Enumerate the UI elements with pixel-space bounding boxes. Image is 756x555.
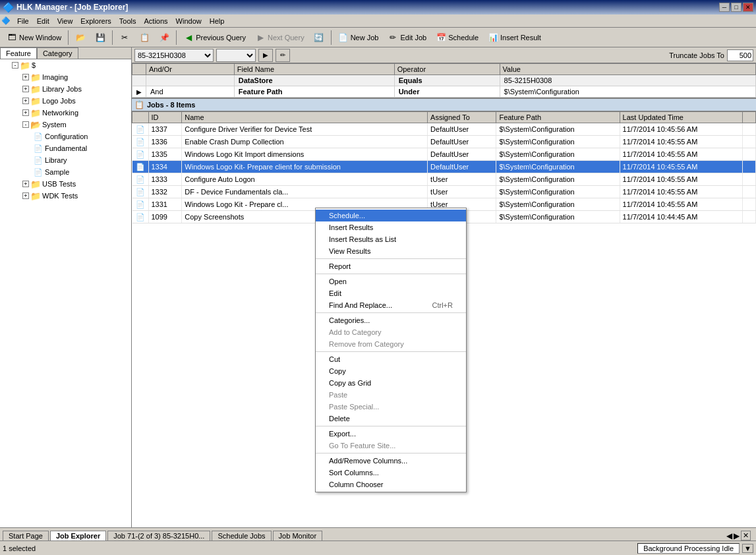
system-expand[interactable]: - [22, 121, 29, 128]
tree-item-sample[interactable]: 📄 Sample [0, 166, 131, 178]
logo-jobs-icon: 📁 [30, 96, 41, 106]
query-row-2-arrow: ▶ [132, 86, 146, 98]
status-dropdown-icon[interactable]: ▼ [742, 544, 753, 553]
jobs-row-3[interactable]: 📄 1335 Windows Logo Kit Import dimension… [132, 148, 756, 161]
tree-item-library-jobs[interactable]: + 📁 Library Jobs [0, 83, 131, 95]
jobs-col-name[interactable]: Name [182, 112, 428, 123]
menu-file[interactable]: File [13, 16, 33, 26]
menu-edit[interactable]: Edit [33, 16, 53, 26]
ctx-item-insert-results-as-list[interactable]: Insert Results as List [316, 233, 466, 245]
jobs-row-4[interactable]: 📄 1334 Windows Logo Kit- Prepare client … [132, 161, 756, 173]
tab-job-explorer[interactable]: Job Explorer [50, 531, 106, 540]
refresh-btn[interactable]: 🔄 [310, 30, 328, 45]
query-row-2[interactable]: ▶ And Feature Path Under $\System\Config… [132, 86, 756, 98]
close-tab-icon[interactable]: ✕ [741, 531, 751, 540]
ctx-item-find-and-replace---[interactable]: Find And Replace...Ctrl+R [316, 299, 466, 311]
tree-item-wdk-tests[interactable]: + 📁 WDK Tests [0, 190, 131, 202]
tab-schedule-jobs[interactable]: Schedule Jobs [212, 531, 271, 540]
jobs-col-updated[interactable]: Last Updated Time [620, 112, 742, 123]
save-icon-btn[interactable]: 💾 [91, 30, 109, 45]
ctx-item-insert-results[interactable]: Insert Results [316, 221, 466, 233]
next-query-button[interactable]: ▶ Next Query [251, 30, 308, 45]
ctx-item-copy-as-grid[interactable]: Copy as Grid [316, 377, 466, 389]
tree-item-fundamental[interactable]: 📄 Fundamental [0, 142, 131, 154]
new-job-button[interactable]: 📄 New Job [334, 30, 383, 45]
ctx-item-cut[interactable]: Cut [316, 353, 466, 365]
tree-item-usb-tests[interactable]: + 📁 USB Tests [0, 178, 131, 190]
tree-item-library[interactable]: 📄 Library [0, 154, 131, 166]
nav-arrows: ◀ ▶ ✕ [726, 531, 753, 540]
query-edit-button[interactable]: ✏ [276, 49, 290, 62]
jobs-row-6[interactable]: 📄 1332 DF - Device Fundamentals cla... t… [132, 186, 756, 198]
ctx-item-delete[interactable]: Delete [316, 413, 466, 424]
tree-item-networking[interactable]: + 📁 Networking [0, 107, 131, 119]
tab-feature[interactable]: Feature [0, 47, 37, 59]
menu-view[interactable]: View [53, 16, 77, 26]
edit-job-button[interactable]: ✏ Edit Job [384, 30, 430, 45]
jobs-row-2[interactable]: 📄 1336 Enable Crash Dump Collection Defa… [132, 136, 756, 148]
minimize-button[interactable]: ─ [719, 3, 730, 12]
maximize-button[interactable]: □ [731, 3, 741, 12]
query-row-1[interactable]: DataStore Equals 85-3215H0308 [132, 75, 756, 86]
insert-result-button[interactable]: 📊 Insert Result [484, 30, 545, 45]
scissors-btn[interactable]: ✂ [115, 30, 134, 45]
query-row-2-andor: And [146, 86, 235, 98]
tree-item-logo-jobs[interactable]: + 📁 Logo Jobs [0, 95, 131, 107]
ctx-item-view-results[interactable]: View Results [316, 245, 466, 257]
jobs-col-feature[interactable]: Feature Path [496, 112, 620, 123]
ctx-item-open[interactable]: Open [316, 276, 466, 287]
usb-tests-icon: 📁 [30, 179, 41, 189]
tab-start-page[interactable]: Start Page [3, 531, 49, 540]
root-expand[interactable]: - [12, 62, 18, 69]
menu-explorers[interactable]: Explorers [76, 16, 115, 26]
imaging-expand[interactable]: + [22, 74, 29, 80]
ctx-item-copy[interactable]: Copy [316, 365, 466, 377]
tab-category[interactable]: Category [37, 47, 78, 59]
menu-window[interactable]: Window [172, 16, 206, 26]
tree-item-imaging[interactable]: + 📁 Imaging [0, 71, 131, 83]
ctx-item-export---[interactable]: Export... [316, 428, 466, 440]
menu-tools[interactable]: Tools [115, 16, 140, 26]
ctx-item-add-remove-columns---[interactable]: Add/Remove Columns... [316, 455, 466, 467]
wdk-tests-expand[interactable]: + [22, 192, 29, 199]
query-combo-2[interactable] [216, 49, 256, 62]
close-button[interactable]: ✕ [743, 3, 753, 12]
menu-actions[interactable]: Actions [140, 16, 172, 26]
paste-btn[interactable]: 📌 [155, 30, 173, 45]
tree-item-configuration[interactable]: 📄 Configuration [0, 131, 131, 142]
library-jobs-expand[interactable]: + [22, 86, 29, 92]
schedule-button[interactable]: 📅 Schedule [432, 30, 482, 45]
tree-root-label: $ [32, 61, 36, 69]
tree-item-system[interactable]: - 📂 System [0, 119, 131, 131]
logo-jobs-expand[interactable]: + [22, 98, 29, 104]
row-extra [743, 148, 756, 161]
copy-btn[interactable]: 📋 [135, 30, 154, 45]
new-window-button[interactable]: 🗔 New Window [3, 30, 65, 45]
jobs-col-assigned[interactable]: Assigned To [428, 112, 496, 123]
tab-job-monitor[interactable]: Job Monitor [273, 531, 322, 540]
ctx-item-edit[interactable]: Edit [316, 287, 466, 299]
networking-expand[interactable]: + [22, 109, 29, 116]
truncate-input[interactable] [727, 49, 753, 61]
ctx-item-sort-columns---[interactable]: Sort Columns... [316, 467, 466, 479]
ctx-item-categories---[interactable]: Categories... [316, 314, 466, 326]
jobs-row-5[interactable]: 📄 1333 Configure Auto Logon tUser $\Syst… [132, 173, 756, 186]
previous-query-button[interactable]: ◀ Previous Query [179, 30, 250, 45]
usb-tests-expand[interactable]: + [22, 181, 29, 187]
jobs-row-1[interactable]: 📄 1337 Configure Driver Verifier for Dev… [132, 123, 756, 136]
ctx-separator-4 [316, 274, 466, 274]
ctx-item-column-chooser[interactable]: Column Chooser [316, 479, 466, 490]
ctx-item-schedule---[interactable]: Schedule... [316, 210, 466, 221]
menu-help[interactable]: Help [206, 16, 229, 26]
nav-left-arrow[interactable]: ◀ [726, 531, 732, 540]
query-run-button[interactable]: ▶ [258, 49, 273, 62]
tab-job-71[interactable]: Job 71-(2 of 3) 85-3215H0... [107, 531, 210, 540]
tree-root[interactable]: - 📁 $ [0, 59, 131, 71]
query-combo-1[interactable]: 85-3215H0308 [134, 49, 214, 62]
ctx-item-report[interactable]: Report [316, 260, 466, 272]
row-feature: $\System\Configuration [496, 123, 620, 136]
jobs-col-id[interactable]: ID [148, 112, 182, 123]
ctx-label: Find And Replace... [329, 301, 392, 309]
nav-right-arrow[interactable]: ▶ [734, 531, 740, 540]
open-icon-btn[interactable]: 📂 [71, 30, 90, 45]
